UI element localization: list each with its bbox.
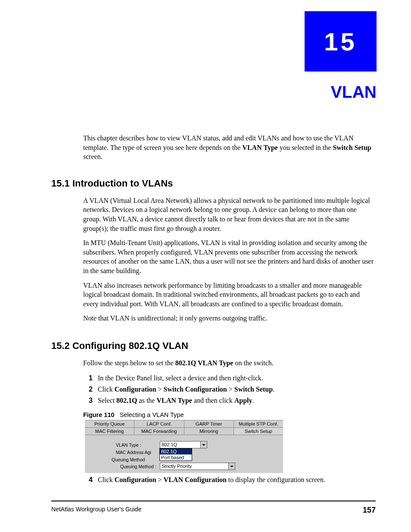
chapter-intro: This chapter describes how to view VLAN … [83,134,376,162]
step-2: 2 Click Configuration > Switch Configura… [83,384,376,394]
tab-mac-forwarding[interactable]: MAC Forwarding [134,428,184,435]
text: Click [98,386,115,393]
chapter-number: 15 [324,27,357,56]
bold-vlan-type: VLAN Type [156,397,192,404]
text: you selected in the [278,144,333,151]
queuing-method-dropdown[interactable]: Strictly Priority [160,463,235,470]
dropdown-value: Strictly Priority [162,464,192,469]
tab-row-1: Priority Queue LACP Conf. GARP Timer Mul… [85,420,283,428]
vlan-type-row: VLAN Type : 802.1Q 802.1Q Port based [116,441,278,448]
chapter-title: VLAN [331,83,377,102]
ordered-steps-continued: 4 Click Configuration > VLAN Configurati… [83,475,376,485]
tab-mirroring[interactable]: Mirroring [184,428,234,435]
step-text: In the Device Panel list, select a devic… [98,373,263,383]
ordered-steps: 1 In the Device Panel list, select a dev… [83,373,376,406]
bold-switch-setup: Switch Setup [234,386,273,393]
bold-8021q: 802.1Q [116,397,137,404]
paragraph: Follow the steps below to set the 802.1Q… [83,358,376,368]
step-number: 4 [83,475,93,485]
chapter-number-box: 15 [305,11,377,72]
bold-apply: Apply [234,397,252,404]
text: Select [98,397,116,404]
figure-label: Figure 110 [83,411,115,418]
dropdown-value: 802.1Q [162,442,177,447]
step-text: Click Configuration > Switch Configurati… [98,384,274,394]
tab-lacp-conf[interactable]: LACP Conf. [134,420,184,427]
vlan-type-label: VLAN Type : [116,442,160,448]
option-port-based[interactable]: Port based [160,454,192,460]
bold-configuration: Configuration [115,386,156,393]
figure-caption: Figure 110 Selecting a VLAN Type [83,411,376,418]
step-number: 1 [83,373,93,383]
mac-address-aging-row: MAC Address Agi [116,450,278,455]
text: . [273,386,274,393]
text: to display the configuration screen. [227,476,325,483]
text: . [252,397,254,404]
bold-switch-setup: Switch Setup [333,144,371,151]
vlan-type-dropdown-list[interactable]: 802.1Q Port based [159,448,192,461]
mac-address-aging-label: MAC Address Agi [116,450,159,455]
tab-mac-filtering[interactable]: MAC Filtering [85,428,134,435]
queuing-method-label: Queuing Method : [120,464,160,469]
tab-switch-setup[interactable]: Switch Setup [234,428,283,435]
chevron-down-icon[interactable] [200,442,207,448]
step-3: 3 Select 802.1Q as the VLAN Type and the… [83,395,376,405]
queuing-method-row: Queuing Method : Strictly Priority [120,463,278,470]
step-text: Select 802.1Q as the VLAN Type and then … [98,395,254,405]
text: on the switch. [233,359,273,367]
queuing-fieldset-row: Queuing Method [112,456,278,461]
paragraph: VLAN also increases network performance … [83,281,376,309]
bold-vlan-type: VLAN Type [242,144,278,151]
section-15-1-heading: 15.1 Introduction to VLANs [51,178,376,189]
bold-8021q-vlan-type: 802.1Q VLAN Type [175,359,234,367]
step-number: 3 [83,395,93,405]
chevron-down-icon[interactable] [228,463,235,470]
page-number: 157 [363,506,376,515]
text: Click [98,476,115,483]
footer-guide-name: NetAtlas Workgroup User's Guide [51,506,141,515]
tab-row-2: MAC Filtering MAC Forwarding Mirroring S… [85,428,283,435]
text: Follow the steps below to set the [83,359,175,367]
text: as the [137,397,157,404]
tab-priority-queue[interactable]: Priority Queue [85,420,134,427]
step-4: 4 Click Configuration > VLAN Configurati… [83,475,376,485]
paragraph: In MTU (Multi-Tenant Unit) applications,… [83,238,376,275]
paragraph: Note that VLAN is unidirectional; it onl… [83,314,376,323]
text: > [156,476,164,483]
figure-screenshot: Priority Queue LACP Conf. GARP Timer Mul… [85,420,283,473]
text: screen. [83,153,103,160]
section-15-2-heading: 15.2 Configuring 802.1Q VLAN [51,340,376,352]
text: > [227,386,234,393]
step-text: Click Configuration > VLAN Configuration… [98,475,325,485]
step-number: 2 [83,384,93,394]
config-panel: VLAN Type : 802.1Q 802.1Q Port based MAC… [85,435,283,473]
vlan-type-dropdown[interactable]: 802.1Q [160,441,207,448]
queuing-fieldset-label: Queuing Method [112,457,145,462]
paragraph: A VLAN (Virtual Local Area Network) allo… [83,196,376,233]
bold-vlan-configuration: VLAN Configuration [164,476,227,483]
tab-garp-timer[interactable]: GARP Timer [184,420,234,427]
text: > [156,386,164,393]
bold-switch-configuration: Switch Configuration [164,386,227,393]
figure-title: Selecting a VLAN Type [120,411,184,418]
text: and then click [192,397,234,404]
page-footer: NetAtlas Workgroup User's Guide 157 [51,501,376,515]
step-1: 1 In the Device Panel list, select a dev… [83,373,376,383]
bold-configuration: Configuration [115,476,156,483]
tab-multiple-stp-conf[interactable]: Multiple STP Conf. [234,420,283,427]
option-8021q[interactable]: 802.1Q [160,448,192,454]
